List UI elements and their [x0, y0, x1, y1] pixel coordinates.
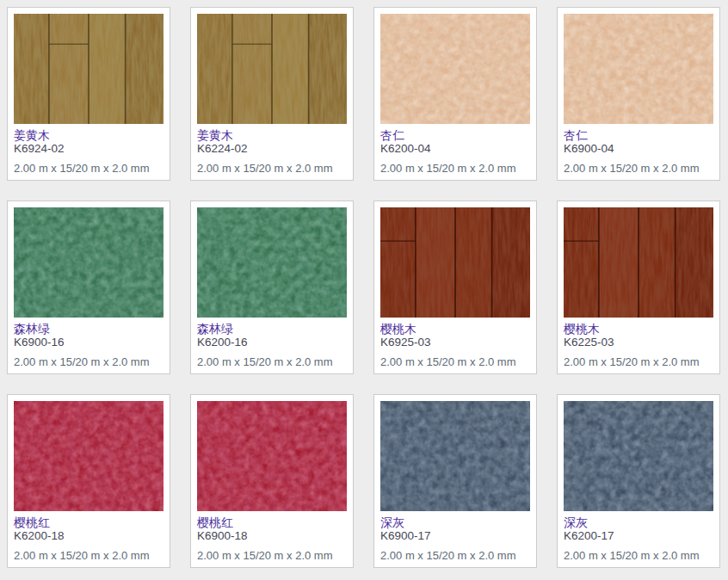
product-swatch-image[interactable] — [564, 401, 713, 511]
product-name-link[interactable]: 樱桃红 — [197, 515, 347, 529]
product-dimensions: 2.00 m x 15/20 m x 2.0 mm — [14, 355, 163, 368]
product-code: K6224-02 — [197, 142, 347, 156]
product-code: K6200-18 — [14, 529, 163, 543]
product-code: K6925-03 — [380, 336, 530, 349]
product-dimensions: 2.00 m x 15/20 m x 2.0 mm — [564, 162, 713, 175]
product-swatch-image[interactable] — [380, 401, 530, 511]
product-dimensions: 2.00 m x 15/20 m x 2.0 mm — [14, 162, 163, 175]
product-name-link[interactable]: 樱桃红 — [14, 515, 163, 529]
product-swatch-image[interactable] — [197, 207, 347, 318]
product-code: K6225-03 — [564, 336, 713, 349]
product-card: 杏仁 K6900-04 2.00 m x 15/20 m x 2.0 mm — [557, 7, 720, 181]
product-code: K6924-02 — [14, 142, 163, 156]
product-dimensions: 2.00 m x 15/20 m x 2.0 mm — [197, 162, 347, 175]
product-card: 樱桃木 K6225-03 2.00 m x 15/20 m x 2.0 mm — [557, 201, 720, 374]
product-code: K6200-16 — [197, 336, 347, 349]
product-swatch-image[interactable] — [197, 14, 347, 124]
product-card: 姜黄木 K6924-02 2.00 m x 15/20 m x 2.0 mm — [7, 7, 170, 181]
product-card: 樱桃红 K6200-18 2.00 m x 15/20 m x 2.0 mm — [7, 394, 170, 568]
product-code: K6900-18 — [197, 529, 347, 543]
product-dimensions: 2.00 m x 15/20 m x 2.0 mm — [14, 549, 163, 562]
product-card: 森林绿 K6200-16 2.00 m x 15/20 m x 2.0 mm — [190, 201, 354, 374]
product-name-link[interactable]: 樱桃木 — [564, 322, 713, 336]
product-grid: 姜黄木 K6924-02 2.00 m x 15/20 m x 2.0 mm 姜… — [0, 0, 728, 568]
product-name-link[interactable]: 森林绿 — [197, 322, 347, 336]
product-swatch-image[interactable] — [14, 14, 163, 124]
product-name-link[interactable]: 樱桃木 — [380, 322, 530, 336]
product-code: K6200-17 — [564, 529, 713, 543]
product-dimensions: 2.00 m x 15/20 m x 2.0 mm — [197, 549, 347, 562]
product-name-link[interactable]: 杏仁 — [564, 128, 713, 142]
product-name-link[interactable]: 杏仁 — [380, 128, 530, 142]
product-dimensions: 2.00 m x 15/20 m x 2.0 mm — [197, 355, 347, 368]
product-card: 杏仁 K6200-04 2.00 m x 15/20 m x 2.0 mm — [373, 7, 537, 181]
product-swatch-image[interactable] — [380, 14, 530, 124]
product-name-link[interactable]: 姜黄木 — [197, 128, 347, 142]
product-swatch-image[interactable] — [14, 207, 163, 318]
product-swatch-image[interactable] — [14, 401, 163, 511]
product-name-link[interactable]: 深灰 — [380, 515, 530, 529]
product-dimensions: 2.00 m x 15/20 m x 2.0 mm — [564, 549, 713, 562]
product-code: K6900-04 — [564, 142, 713, 156]
product-swatch-image[interactable] — [380, 207, 530, 318]
product-swatch-image[interactable] — [564, 14, 713, 124]
product-name-link[interactable]: 深灰 — [564, 515, 713, 529]
product-card: 深灰 K6200-17 2.00 m x 15/20 m x 2.0 mm — [557, 394, 720, 568]
product-dimensions: 2.00 m x 15/20 m x 2.0 mm — [380, 355, 530, 368]
product-dimensions: 2.00 m x 15/20 m x 2.0 mm — [380, 162, 530, 175]
product-dimensions: 2.00 m x 15/20 m x 2.0 mm — [380, 549, 530, 562]
product-card: 樱桃木 K6925-03 2.00 m x 15/20 m x 2.0 mm — [373, 201, 537, 374]
product-card: 樱桃红 K6900-18 2.00 m x 15/20 m x 2.0 mm — [190, 394, 354, 568]
product-swatch-image[interactable] — [564, 207, 713, 318]
product-card: 姜黄木 K6224-02 2.00 m x 15/20 m x 2.0 mm — [190, 7, 354, 181]
product-code: K6900-17 — [380, 529, 530, 543]
product-swatch-image[interactable] — [197, 401, 347, 511]
product-code: K6900-16 — [14, 336, 163, 349]
product-dimensions: 2.00 m x 15/20 m x 2.0 mm — [564, 355, 713, 368]
product-card: 森林绿 K6900-16 2.00 m x 15/20 m x 2.0 mm — [7, 201, 170, 374]
product-name-link[interactable]: 姜黄木 — [14, 128, 163, 142]
product-name-link[interactable]: 森林绿 — [14, 322, 163, 336]
product-code: K6200-04 — [380, 142, 530, 156]
product-card: 深灰 K6900-17 2.00 m x 15/20 m x 2.0 mm — [373, 394, 537, 568]
